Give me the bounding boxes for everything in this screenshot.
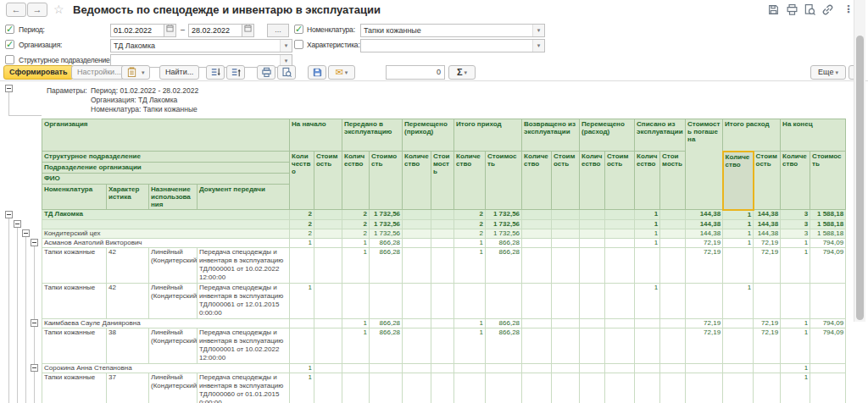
cell-value[interactable]: 1	[723, 238, 754, 247]
cell-value[interactable]: 1	[342, 318, 370, 328]
cell-value[interactable]	[723, 318, 754, 328]
link-icon[interactable]	[821, 3, 835, 17]
cell-value[interactable]: 1	[635, 210, 660, 220]
header-qty[interactable]: Количество	[290, 152, 314, 210]
header-group[interactable]: Итого приход	[454, 119, 522, 152]
cell-value[interactable]	[723, 247, 754, 283]
cell-value[interactable]	[522, 247, 552, 283]
cell-value[interactable]	[403, 328, 431, 363]
period-checkbox[interactable]	[5, 25, 14, 34]
period-to-input[interactable]: 28.02.2022	[188, 24, 242, 37]
cell-value[interactable]	[552, 363, 580, 373]
cell-value[interactable]	[522, 373, 552, 403]
cell-value[interactable]	[522, 238, 552, 247]
cell-name[interactable]: Сорокина Анна Степановна	[42, 363, 290, 373]
cell-value[interactable]	[370, 373, 403, 403]
cell-value[interactable]: 144,38	[686, 219, 723, 229]
header-qty[interactable]: Количество	[522, 152, 552, 210]
header-group-cost-repaid[interactable]: Стоимость погашена	[686, 119, 723, 210]
cell-value[interactable]: 1	[290, 363, 314, 373]
cell-value[interactable]: 2	[290, 219, 314, 229]
cell-value[interactable]	[605, 363, 635, 373]
cell-value[interactable]: 3	[781, 229, 810, 238]
cell-value[interactable]: 1	[290, 373, 314, 403]
cell-value[interactable]	[342, 283, 370, 318]
chevron-down-icon[interactable]: ▾	[532, 25, 544, 36]
cell-value[interactable]	[552, 328, 580, 363]
preview-icon[interactable]	[804, 3, 817, 17]
cell-value[interactable]	[454, 363, 486, 373]
cell-value[interactable]	[754, 363, 781, 373]
cell-value[interactable]: 72,19	[686, 318, 723, 328]
cell-char[interactable]: 37	[107, 373, 149, 403]
cell-value[interactable]: 1 588,18	[810, 229, 846, 238]
cell-value[interactable]	[403, 318, 431, 328]
cell-value[interactable]	[580, 328, 605, 363]
cell-value[interactable]: 2	[342, 210, 370, 220]
tree-collapse-box[interactable]	[31, 319, 38, 327]
cell-value[interactable]	[290, 318, 314, 328]
header-qty[interactable]: Количество	[781, 152, 810, 210]
cell-value[interactable]	[605, 238, 635, 247]
cell-value[interactable]	[660, 283, 686, 318]
cell-value[interactable]	[580, 229, 605, 238]
cell-value[interactable]: 1 588,18	[810, 219, 846, 229]
cell-value[interactable]	[723, 373, 754, 403]
header-nomenclature[interactable]: Номенклатура	[42, 185, 107, 210]
cell-value[interactable]: 144,38	[754, 229, 781, 238]
cell-value[interactable]: 1	[290, 238, 314, 247]
cell-value[interactable]: 1	[635, 238, 660, 247]
cell-value[interactable]	[660, 238, 686, 247]
cell-value[interactable]: 1 732,56	[486, 229, 522, 238]
cell-purpose[interactable]: Линейный (Кондитерский)	[149, 283, 198, 318]
cell-value[interactable]	[605, 210, 635, 220]
calendar-icon[interactable]	[242, 24, 254, 37]
cell-value[interactable]	[660, 247, 686, 283]
cell-value[interactable]: 2	[454, 210, 486, 220]
cell-value[interactable]	[660, 373, 686, 403]
tree-collapse-box[interactable]	[5, 211, 13, 218]
chevron-down-icon[interactable]: ▾	[280, 40, 292, 52]
cell-value[interactable]	[431, 210, 454, 220]
cell-value[interactable]	[660, 210, 686, 220]
header-qty[interactable]: Количество	[454, 152, 486, 210]
header-group[interactable]: Передано в эксплуатацию	[342, 119, 403, 152]
cell-value[interactable]: 3	[781, 219, 810, 229]
cell-value[interactable]	[403, 247, 431, 283]
cell-value[interactable]	[431, 229, 454, 238]
cell-value[interactable]	[522, 229, 552, 238]
tree-collapse-box[interactable]	[14, 220, 21, 228]
cell-value[interactable]: 1 732,56	[370, 210, 403, 220]
cell-value[interactable]	[605, 247, 635, 283]
nav-forward-button[interactable]: →	[27, 3, 47, 17]
cell-value[interactable]: 1	[454, 328, 486, 363]
header-cost[interactable]: Стоимость	[660, 152, 686, 210]
vertical-scrollbar[interactable]	[854, 0, 865, 322]
header-group[interactable]: На конец	[781, 119, 846, 152]
cell-value[interactable]	[552, 210, 580, 220]
header-struct-department[interactable]: Структурное подразделение	[42, 152, 290, 163]
cell-value[interactable]	[723, 363, 754, 373]
cell-value[interactable]: 1	[781, 238, 810, 247]
cell-value[interactable]	[635, 328, 660, 363]
organization-checkbox[interactable]	[5, 40, 14, 49]
cell-value[interactable]: 1	[454, 318, 486, 328]
cell-value[interactable]	[314, 238, 342, 247]
header-characteristic[interactable]: Характер истика	[107, 185, 149, 210]
cell-value[interactable]: 144,38	[686, 229, 723, 238]
cell-purpose[interactable]: Линейный (Кондитерский)	[149, 247, 198, 283]
department-checkbox[interactable]	[5, 55, 14, 64]
tree-collapse-box[interactable]	[31, 239, 38, 246]
organization-combo[interactable]: ТД Лакомка ▾	[110, 39, 292, 52]
cell-value[interactable]	[635, 247, 660, 283]
cell-value[interactable]: 1	[342, 247, 370, 283]
cell-value[interactable]: 1	[781, 328, 810, 363]
cell-value[interactable]	[431, 238, 454, 247]
period-from-input[interactable]: 01.02.2022	[110, 24, 164, 37]
cell-name[interactable]: Каимбаева Сауле Данияровна	[42, 318, 290, 328]
cell-value[interactable]	[403, 219, 431, 229]
cell-value[interactable]: 1	[781, 373, 810, 403]
cell-doc[interactable]: Передача спецодежды и инвентаря в эксплу…	[198, 328, 290, 363]
cell-value[interactable]	[431, 247, 454, 283]
cell-value[interactable]	[522, 363, 552, 373]
